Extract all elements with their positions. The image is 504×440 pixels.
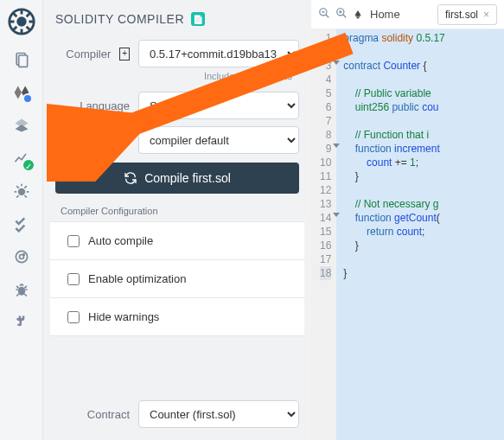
analytics-icon[interactable]: ✓ (12, 149, 31, 168)
compile-button-label: Compile first.sol (144, 171, 231, 185)
add-compiler-icon[interactable]: + (119, 48, 130, 61)
language-select[interactable]: Solidity (138, 92, 299, 119)
editor-area: Home first.sol × 12345678910111213141516… (311, 0, 504, 440)
code-editor[interactable]: 123456789101112131415161718 pragma solid… (311, 29, 504, 440)
editor-topbar: Home first.sol × (311, 0, 504, 29)
remix-logo-icon[interactable] (7, 7, 36, 36)
auto-compile-label: Auto compile (88, 234, 153, 247)
compiler-label: Compiler (55, 48, 111, 61)
optimize-label: Enable optimization (88, 272, 186, 285)
solidity-compiler-icon[interactable] (12, 83, 31, 102)
hide-warnings-row[interactable]: Hide warnings (50, 298, 304, 336)
compiler-panel: SOLIDITY COMPILER 📄 Compiler + 0.5.17+co… (43, 0, 311, 440)
debugger-icon[interactable] (12, 182, 31, 201)
refresh-badge-icon (22, 93, 33, 104)
config-heading: Compiler Configuration (43, 201, 311, 220)
evm-label: EVM Version (55, 134, 130, 147)
evm-select[interactable]: compiler default (138, 126, 299, 154)
language-label: Language (55, 99, 130, 112)
file-explorer-icon[interactable] (12, 50, 31, 69)
svg-rect-3 (18, 55, 27, 67)
hide-warnings-label: Hide warnings (88, 310, 159, 323)
zoom-out-icon[interactable] (318, 7, 330, 22)
success-badge-icon: ✓ (22, 158, 35, 172)
deploy-icon[interactable] (12, 116, 31, 135)
auto-compile-row[interactable]: Auto compile (50, 221, 304, 260)
eth-icon[interactable] (353, 8, 365, 22)
bug-icon[interactable] (12, 280, 31, 299)
auto-compile-checkbox[interactable] (67, 235, 80, 247)
compiler-select[interactable]: 0.5.17+commit.d19bba13 (138, 40, 299, 67)
svg-point-8 (17, 287, 24, 296)
left-iconbar: ✓ (0, 0, 43, 440)
line-gutter: 123456789101112131415161718 (311, 29, 336, 440)
panel-title: SOLIDITY COMPILER 📄 (43, 9, 311, 35)
docs-icon[interactable]: 📄 (191, 12, 205, 26)
svg-point-7 (22, 254, 24, 256)
file-tab-label: first.sol (445, 9, 478, 21)
zoom-in-icon[interactable] (335, 7, 348, 22)
contract-label: Contract (55, 408, 130, 421)
panel-title-text: SOLIDITY COMPILER (55, 12, 184, 26)
file-tab[interactable]: first.sol × (437, 4, 497, 25)
plugin-icon[interactable] (12, 313, 31, 332)
svg-point-1 (16, 16, 26, 26)
code-content[interactable]: pragma solidity 0.5.17 contract Counter … (336, 29, 504, 440)
close-tab-icon[interactable]: × (483, 9, 489, 21)
svg-point-5 (16, 251, 27, 262)
hide-warnings-checkbox[interactable] (67, 311, 80, 323)
nightly-text: Include nightly builds (43, 69, 311, 86)
optimize-checkbox[interactable] (67, 273, 80, 285)
refresh-icon (124, 171, 137, 185)
contract-select[interactable]: Counter (first.sol) (138, 400, 299, 428)
home-tab[interactable]: Home (370, 8, 400, 21)
settings-icon[interactable] (12, 247, 31, 266)
compile-button[interactable]: Compile first.sol (55, 163, 299, 194)
optimize-row[interactable]: Enable optimization (50, 260, 304, 298)
unit-tests-icon[interactable] (12, 214, 31, 233)
svg-point-4 (17, 188, 24, 195)
